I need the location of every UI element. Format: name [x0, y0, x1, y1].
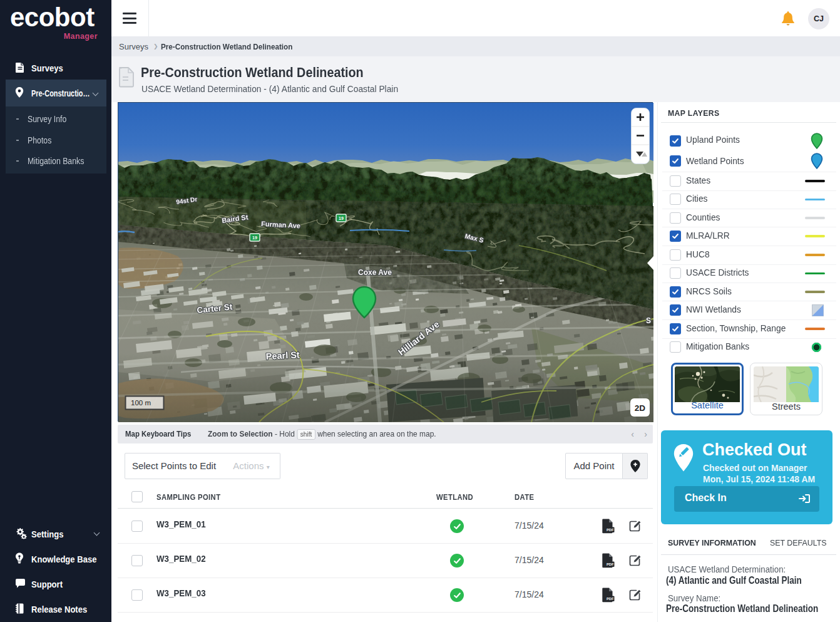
svg-text:2D: 2D — [635, 403, 646, 413]
svg-text:19: 19 — [252, 236, 257, 240]
svg-text:PDF: PDF — [607, 597, 614, 601]
svg-text:PDF: PDF — [607, 562, 614, 566]
svg-text:100 m: 100 m — [131, 399, 151, 407]
svg-text:S: S — [646, 316, 651, 325]
svg-text:PDF: PDF — [607, 528, 614, 532]
svg-text:Pearl St: Pearl St — [265, 350, 300, 361]
svg-text:19: 19 — [339, 216, 344, 220]
svg-text:Coxe Ave: Coxe Ave — [358, 268, 392, 277]
